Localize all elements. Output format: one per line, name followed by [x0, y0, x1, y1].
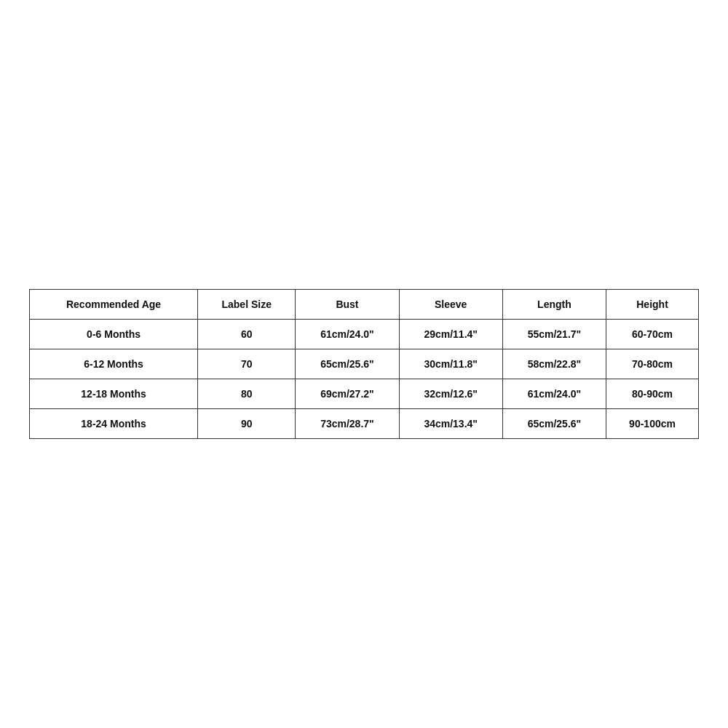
col-header-sleeve: Sleeve	[399, 290, 502, 320]
cell-age: 6-12 Months	[30, 349, 198, 379]
cell-height: 90-100cm	[606, 409, 699, 439]
cell-height: 80-90cm	[606, 379, 699, 409]
cell-label-size: 60	[198, 320, 296, 349]
cell-length: 61cm/24.0"	[502, 379, 606, 409]
cell-length: 65cm/25.6"	[502, 409, 606, 439]
cell-age: 0-6 Months	[30, 320, 198, 349]
cell-height: 70-80cm	[606, 349, 699, 379]
table-row: 6-12 Months7065cm/25.6"30cm/11.8"58cm/22…	[30, 349, 699, 379]
table-row: 12-18 Months8069cm/27.2"32cm/12.6"61cm/2…	[30, 379, 699, 409]
cell-label-size: 90	[198, 409, 296, 439]
table-row: 18-24 Months9073cm/28.7"34cm/13.4"65cm/2…	[30, 409, 699, 439]
cell-age: 12-18 Months	[30, 379, 198, 409]
size-chart-table: Recommended Age Label Size Bust Sleeve L…	[29, 289, 699, 439]
col-header-length: Length	[502, 290, 606, 320]
cell-sleeve: 30cm/11.8"	[399, 349, 502, 379]
cell-length: 58cm/22.8"	[502, 349, 606, 379]
cell-height: 60-70cm	[606, 320, 699, 349]
cell-label-size: 80	[198, 379, 296, 409]
cell-bust: 73cm/28.7"	[296, 409, 399, 439]
col-header-label-size: Label Size	[198, 290, 296, 320]
cell-bust: 69cm/27.2"	[296, 379, 399, 409]
col-header-age: Recommended Age	[30, 290, 198, 320]
cell-label-size: 70	[198, 349, 296, 379]
cell-sleeve: 32cm/12.6"	[399, 379, 502, 409]
cell-age: 18-24 Months	[30, 409, 198, 439]
cell-sleeve: 29cm/11.4"	[399, 320, 502, 349]
col-header-bust: Bust	[296, 290, 399, 320]
cell-length: 55cm/21.7"	[502, 320, 606, 349]
table-header-row: Recommended Age Label Size Bust Sleeve L…	[30, 290, 699, 320]
size-chart-container: Recommended Age Label Size Bust Sleeve L…	[29, 289, 699, 439]
col-header-height: Height	[606, 290, 699, 320]
cell-bust: 65cm/25.6"	[296, 349, 399, 379]
table-row: 0-6 Months6061cm/24.0"29cm/11.4"55cm/21.…	[30, 320, 699, 349]
cell-sleeve: 34cm/13.4"	[399, 409, 502, 439]
cell-bust: 61cm/24.0"	[296, 320, 399, 349]
